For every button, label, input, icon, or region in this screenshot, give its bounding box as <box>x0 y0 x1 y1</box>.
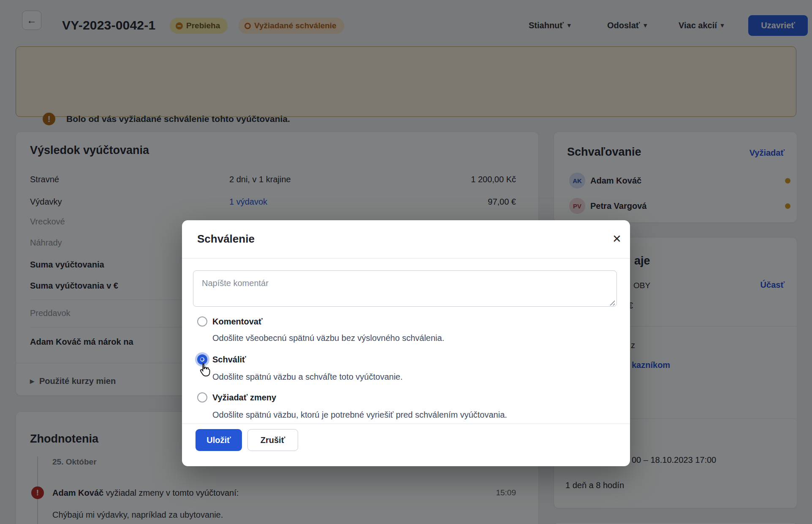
save-button[interactable]: Uložiť <box>196 429 242 451</box>
option-approve-description: Odošlite spätnú väzbu a schváľte toto vy… <box>212 371 403 383</box>
option-comment-label[interactable]: Komentovať <box>212 316 263 327</box>
option-request-changes-description: Odošlite spätnú väzbu, ktorú je potrebné… <box>212 409 507 421</box>
approval-modal: Schválenie ✕ Komentovať Odošlite všeobec… <box>182 220 630 466</box>
option-approve-label[interactable]: Schváliť <box>212 354 246 365</box>
option-comment-description: Odošlite všeobecnú spätnú väzbu bez výsl… <box>212 332 444 344</box>
radio-request-changes[interactable] <box>197 392 207 402</box>
comment-input[interactable] <box>193 270 617 307</box>
radio-comment[interactable] <box>197 316 207 327</box>
hand-cursor-icon <box>196 362 212 379</box>
page: ← VY-2023-0042-1 Prebieha Vyžiadané schv… <box>0 0 812 524</box>
cancel-button[interactable]: Zrušiť <box>247 429 298 451</box>
option-request-changes-label[interactable]: Vyžiadať zmeny <box>212 392 276 403</box>
modal-header-divider <box>182 258 630 259</box>
radio-approve[interactable] <box>197 354 207 365</box>
close-icon[interactable]: ✕ <box>609 231 625 246</box>
modal-title: Schválenie <box>197 232 255 246</box>
modal-footer-divider <box>182 424 630 424</box>
